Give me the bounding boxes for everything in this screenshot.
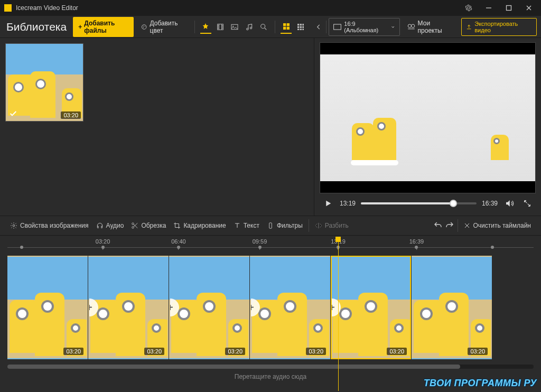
filter-video-button[interactable]	[214, 20, 226, 34]
undo-button[interactable]	[432, 220, 444, 231]
scrollbar-thumb[interactable]	[7, 365, 460, 369]
split-button[interactable]: Разбить	[311, 222, 352, 229]
preview-video[interactable]	[320, 42, 536, 193]
maximize-button[interactable]	[499, 0, 519, 16]
ruler-dot	[177, 246, 180, 249]
svg-rect-11	[283, 26, 286, 29]
add-color-label: Добавить цвет	[150, 20, 185, 34]
split-label: Разбить	[325, 222, 349, 229]
divider	[326, 21, 327, 33]
audio-button[interactable]: Аудио	[92, 222, 128, 229]
fullscreen-icon	[523, 199, 531, 208]
crop-button[interactable]: Кадрирование	[170, 222, 229, 229]
svg-point-3	[145, 25, 145, 26]
star-icon	[201, 22, 210, 31]
window-title: Icecream Video Editor	[16, 4, 459, 12]
grid-large-icon	[282, 22, 291, 31]
add-files-button[interactable]: + Добавить файлы	[73, 17, 134, 37]
svg-rect-10	[286, 23, 289, 26]
filters-label: Фильтры	[277, 222, 303, 229]
clip-duration: 03:20	[306, 348, 326, 355]
image-props-button[interactable]: Свойства изображения	[6, 222, 92, 229]
volume-button[interactable]	[503, 197, 516, 210]
minimize-button[interactable]	[479, 0, 499, 16]
trim-button[interactable]: Обрезка	[127, 222, 170, 229]
upload-icon	[466, 24, 472, 30]
svg-point-23	[408, 24, 411, 27]
divider	[194, 21, 195, 33]
search-button[interactable]	[258, 20, 269, 34]
player-bar: 13:19 16:39	[320, 193, 536, 213]
timeline-clip[interactable]: +03:20	[169, 256, 249, 359]
add-color-button[interactable]: Добавить цвет	[137, 17, 189, 37]
svg-rect-20	[300, 29, 302, 30]
collapse-library-button[interactable]	[313, 20, 324, 34]
filter-audio-button[interactable]	[244, 20, 255, 34]
landscape-icon	[333, 24, 341, 30]
timeline-clip[interactable]: 03:20	[412, 256, 492, 359]
filters-button[interactable]: Фильтры	[263, 222, 306, 229]
svg-rect-13	[297, 24, 299, 25]
view-small-button[interactable]	[295, 20, 306, 34]
main-split: 03:20 13:19 16:39	[0, 38, 541, 216]
svg-point-24	[411, 24, 414, 27]
clear-timeline-button[interactable]: Очистить таймлайн	[460, 222, 535, 229]
timeline-scrollbar[interactable]	[7, 365, 534, 369]
redo-button[interactable]	[444, 220, 455, 231]
my-projects-label: Мои проекты	[418, 20, 454, 34]
view-large-button[interactable]	[281, 20, 292, 34]
svg-rect-21	[302, 29, 304, 30]
ruler-dot	[101, 246, 105, 249]
search-icon	[259, 23, 268, 31]
seek-bar[interactable]	[361, 202, 477, 204]
aspect-ratio-select[interactable]: 16:9 (Альбомная)	[329, 18, 399, 36]
fullscreen-button[interactable]	[521, 197, 534, 210]
divider	[458, 219, 458, 232]
filter-image-button[interactable]	[229, 20, 240, 34]
reel-icon	[407, 23, 415, 31]
text-label: Текст	[244, 222, 259, 229]
my-projects-button[interactable]: Мои проекты	[403, 17, 458, 37]
timeline-ruler[interactable]: 03:2006:4009:5913:1916:39	[0, 236, 541, 254]
total-time: 16:39	[482, 200, 498, 207]
svg-rect-0	[507, 6, 511, 11]
library-item[interactable]: 03:20	[5, 43, 83, 122]
plus-icon: +	[78, 23, 82, 31]
chevron-left-icon	[315, 23, 322, 31]
close-button[interactable]	[519, 0, 539, 16]
clip-duration: 03:20	[468, 348, 488, 355]
timeline-clip[interactable]: +03:20	[88, 256, 169, 359]
close-icon	[464, 222, 470, 229]
audio-label: Аудио	[106, 222, 124, 229]
timeline: 03:20+03:20+03:20+03:20+03:2003:20	[0, 254, 541, 362]
play-button[interactable]	[322, 197, 334, 210]
library-item-duration: 03:20	[61, 111, 81, 119]
clip-duration: 03:20	[225, 348, 245, 355]
svg-rect-12	[286, 26, 289, 29]
split-icon	[315, 222, 322, 229]
play-icon	[323, 199, 333, 208]
svg-rect-16	[297, 26, 299, 27]
film-icon	[216, 23, 225, 31]
library-pane: 03:20	[0, 38, 314, 216]
clear-timeline-label: Очистить таймлайн	[473, 222, 531, 229]
grid-small-icon	[296, 23, 305, 31]
timeline-clip[interactable]: 03:20	[7, 256, 88, 359]
export-label: Экспортировать видео	[474, 21, 532, 33]
music-icon	[245, 23, 254, 31]
filter-all-button[interactable]	[200, 20, 211, 34]
clip-duration: 03:20	[387, 348, 407, 355]
settings-button[interactable]	[459, 0, 479, 16]
volume-icon	[505, 199, 514, 208]
crop-icon	[173, 222, 181, 229]
timeline-clip[interactable]: +03:20	[250, 256, 330, 359]
svg-point-8	[261, 24, 265, 28]
gear-icon	[465, 4, 472, 12]
svg-rect-9	[283, 23, 286, 26]
svg-rect-28	[269, 223, 272, 229]
timeline-clip[interactable]: +03:20	[331, 256, 411, 359]
svg-rect-14	[300, 24, 302, 25]
text-button[interactable]: Текст	[230, 222, 263, 229]
export-button[interactable]: Экспортировать видео	[461, 18, 537, 36]
seek-knob[interactable]	[450, 200, 457, 207]
